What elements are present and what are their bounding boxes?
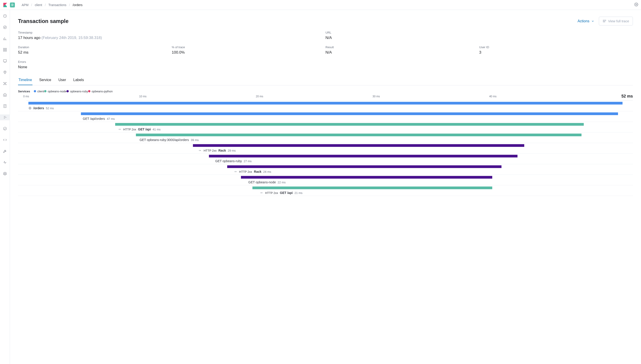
rail-devtools[interactable] bbox=[0, 137, 10, 143]
svg-rect-18 bbox=[603, 20, 606, 20]
time-axis-tick: 10 ms bbox=[139, 95, 147, 98]
span-name: GET /api bbox=[138, 128, 151, 131]
rail-recent[interactable] bbox=[0, 13, 10, 19]
legend-item-client[interactable]: client bbox=[34, 90, 44, 93]
summary-grid: Timestamp 17 hours ago (February 24th 20… bbox=[18, 31, 633, 70]
legend-item-opbeans-node[interactable]: opbeans-node bbox=[44, 90, 67, 93]
summary-userid-label: User ID bbox=[479, 46, 633, 49]
waterfall-row[interactable]: HTTP 2xxGET /api41 ms bbox=[18, 122, 633, 132]
rail-logs[interactable] bbox=[0, 103, 10, 109]
waterfall-row[interactable]: HTTP 2xxGET /api21 ms bbox=[18, 186, 633, 196]
waterfall-label: GET opbeans-node22 ms bbox=[248, 180, 633, 184]
trace-icon bbox=[603, 19, 606, 23]
time-axis-tick: 0 ms bbox=[23, 95, 29, 98]
rail-ml[interactable] bbox=[0, 81, 10, 86]
tab-user[interactable]: User bbox=[58, 76, 67, 85]
summary-errors-label: Errors bbox=[18, 60, 633, 64]
waterfall-label: GET opbeans-ruby27 ms bbox=[215, 159, 633, 163]
summary-result-label: Result bbox=[325, 46, 479, 49]
waterfall-bar bbox=[241, 176, 492, 178]
http-status-badge: HTTP 2xx bbox=[204, 149, 217, 152]
heartbeat-icon bbox=[3, 160, 7, 164]
tab-labels[interactable]: Labels bbox=[73, 76, 84, 85]
external-call-icon bbox=[234, 170, 237, 173]
rail-visualize[interactable] bbox=[0, 36, 10, 42]
devtools-icon bbox=[3, 138, 7, 142]
summary-result-value: N/A bbox=[325, 50, 479, 55]
svg-rect-6 bbox=[4, 50, 5, 51]
breadcrumb-client[interactable]: client bbox=[35, 3, 42, 7]
rail-management[interactable] bbox=[0, 171, 10, 176]
view-full-trace-label: View full trace bbox=[608, 19, 629, 23]
tab-service[interactable]: Service bbox=[39, 76, 52, 85]
waterfall-bar bbox=[193, 144, 524, 147]
rail-infra[interactable] bbox=[0, 92, 10, 98]
legend-dot-icon bbox=[88, 90, 90, 92]
span-name: Rack bbox=[254, 170, 261, 174]
span-name: GET /api bbox=[280, 191, 293, 194]
span-name: Rack bbox=[218, 149, 226, 152]
settings-icon[interactable] bbox=[634, 2, 638, 6]
apm-icon bbox=[3, 115, 7, 120]
svg-point-0 bbox=[636, 4, 637, 5]
span-duration: 27 ms bbox=[244, 160, 252, 163]
span-duration: 24 ms bbox=[263, 170, 271, 174]
svg-point-17 bbox=[4, 173, 6, 174]
rail-heartbeat[interactable] bbox=[0, 160, 10, 165]
space-badge[interactable]: D bbox=[10, 2, 15, 8]
globe-icon bbox=[29, 106, 32, 110]
span-duration: 41 ms bbox=[153, 128, 161, 131]
waterfall-row[interactable]: GET opbeans-ruby27 ms bbox=[18, 154, 633, 164]
waterfall-row[interactable]: GET /api/orders47 ms bbox=[18, 111, 633, 122]
waterfall-row[interactable]: GET opbeans-ruby:3000/api/orders39 ms bbox=[18, 132, 633, 143]
svg-point-11 bbox=[6, 82, 6, 83]
rail-dashboard[interactable] bbox=[0, 47, 10, 53]
waterfall-row[interactable]: GET opbeans-node22 ms bbox=[18, 175, 633, 186]
actions-dropdown[interactable]: Actions bbox=[577, 19, 594, 23]
rail-apm[interactable] bbox=[0, 114, 10, 120]
breadcrumb-apm[interactable]: APM bbox=[22, 3, 29, 7]
svg-point-9 bbox=[5, 72, 6, 72]
rail-monitoring[interactable] bbox=[0, 148, 10, 154]
map-pin-icon bbox=[3, 70, 7, 74]
waterfall-row[interactable]: HTTP 2xxRack29 ms bbox=[18, 143, 633, 154]
waterfall-bar bbox=[252, 186, 492, 189]
clock-icon bbox=[3, 14, 7, 18]
summary-duration-label: Duration bbox=[18, 46, 172, 49]
topbar-right bbox=[634, 2, 638, 7]
breadcrumb-sep: / bbox=[45, 3, 46, 7]
rail-uptime[interactable] bbox=[0, 126, 10, 132]
legend-item-opbeans-ruby[interactable]: opbeans-ruby bbox=[67, 90, 88, 93]
waterfall-label: HTTP 2xxGET /api41 ms bbox=[118, 128, 633, 131]
svg-point-13 bbox=[6, 84, 6, 85]
waterfall-bar-wrap bbox=[29, 134, 622, 137]
page-header: Transaction sample Actions View full tra… bbox=[18, 17, 633, 26]
waterfall-label: GET opbeans-ruby:3000/api/orders39 ms bbox=[140, 138, 633, 142]
breadcrumb-orders[interactable]: /orders bbox=[73, 3, 83, 7]
waterfall-bar-wrap bbox=[29, 123, 622, 126]
tab-timeline[interactable]: Timeline bbox=[18, 76, 33, 85]
view-full-trace-button[interactable]: View full trace bbox=[599, 17, 633, 26]
waterfall-label: HTTP 2xxRack29 ms bbox=[199, 149, 633, 152]
span-duration: 22 ms bbox=[278, 181, 286, 184]
summary-errors: Errors None bbox=[18, 60, 633, 70]
waterfall-bar-wrap bbox=[29, 176, 622, 179]
waterfall-row[interactable]: /orders52 ms bbox=[18, 101, 633, 111]
waterfall-bar-wrap bbox=[29, 155, 622, 158]
summary-userid: User ID 3 bbox=[479, 46, 633, 55]
kibana-logo bbox=[3, 2, 8, 8]
waterfall-label: GET /api/orders47 ms bbox=[83, 117, 633, 120]
legend-item-opbeans-python[interactable]: opbeans-python bbox=[88, 90, 113, 93]
topbar: D APM / client / Transactions / /orders bbox=[0, 0, 641, 10]
span-name: /orders bbox=[33, 106, 44, 110]
dashboard-icon bbox=[3, 48, 7, 52]
breadcrumb-transactions[interactable]: Transactions bbox=[49, 3, 67, 7]
breadcrumb: APM / client / Transactions / /orders bbox=[22, 3, 83, 7]
rail-canvas[interactable] bbox=[0, 58, 10, 64]
waterfall-row[interactable]: HTTP 2xxRack24 ms bbox=[18, 164, 633, 175]
waterfall-bar-wrap bbox=[29, 112, 622, 116]
rail-discover[interactable] bbox=[0, 24, 10, 30]
span-duration: 47 ms bbox=[107, 117, 115, 120]
rail-maps[interactable] bbox=[0, 70, 10, 75]
summary-userid-value: 3 bbox=[479, 50, 633, 55]
